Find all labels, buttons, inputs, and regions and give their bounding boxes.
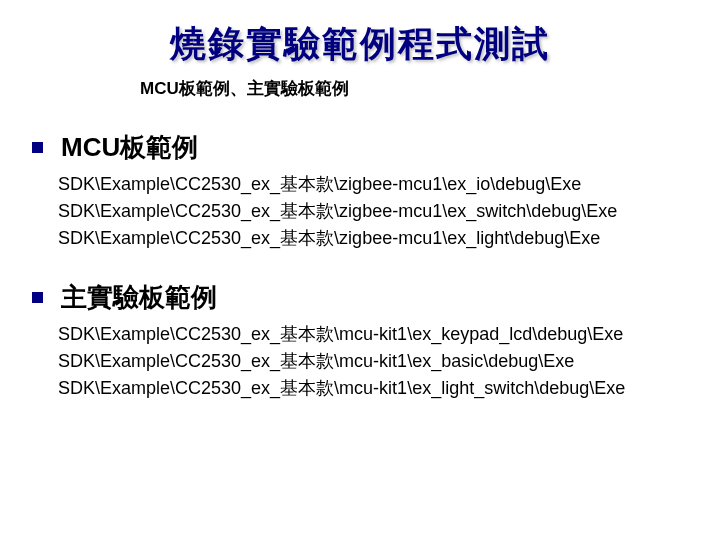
section-1-heading: MCU板範例 bbox=[61, 130, 198, 165]
path-item: SDK\Example\CC2530_ex_基本款\mcu-kit1\ex_li… bbox=[58, 375, 690, 402]
path-item: SDK\Example\CC2530_ex_基本款\mcu-kit1\ex_ba… bbox=[58, 348, 690, 375]
page-subtitle: MCU板範例、主實驗板範例 bbox=[140, 77, 690, 100]
path-item: SDK\Example\CC2530_ex_基本款\zigbee-mcu1\ex… bbox=[58, 171, 690, 198]
bullet-icon bbox=[32, 292, 43, 303]
section-2-header: 主實驗板範例 bbox=[30, 280, 690, 315]
bullet-icon bbox=[32, 142, 43, 153]
path-item: SDK\Example\CC2530_ex_基本款\mcu-kit1\ex_ke… bbox=[58, 321, 690, 348]
slide-content: 燒錄實驗範例程式測試 MCU板範例、主實驗板範例 MCU板範例 SDK\Exam… bbox=[0, 0, 720, 450]
page-title: 燒錄實驗範例程式測試 bbox=[30, 20, 690, 69]
path-item: SDK\Example\CC2530_ex_基本款\zigbee-mcu1\ex… bbox=[58, 198, 690, 225]
section-2-paths: SDK\Example\CC2530_ex_基本款\mcu-kit1\ex_ke… bbox=[58, 321, 690, 402]
section-2-heading: 主實驗板範例 bbox=[61, 280, 217, 315]
path-item: SDK\Example\CC2530_ex_基本款\zigbee-mcu1\ex… bbox=[58, 225, 690, 252]
section-1-header: MCU板範例 bbox=[30, 130, 690, 165]
section-1-paths: SDK\Example\CC2530_ex_基本款\zigbee-mcu1\ex… bbox=[58, 171, 690, 252]
